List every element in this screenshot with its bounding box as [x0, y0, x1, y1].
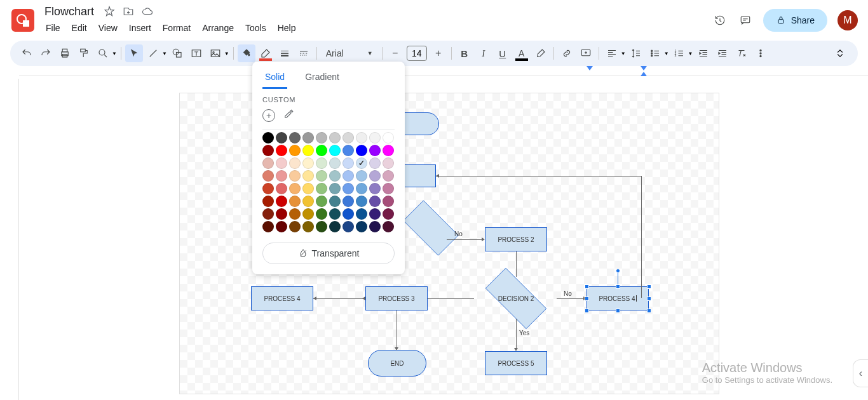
color-swatch[interactable] [289, 196, 301, 207]
color-swatch[interactable] [262, 208, 274, 220]
menu-arrange[interactable]: Arrange [197, 20, 239, 36]
color-swatch[interactable] [262, 183, 274, 194]
user-avatar[interactable]: M [837, 10, 858, 30]
app-logo[interactable] [10, 8, 36, 33]
color-swatch[interactable] [356, 208, 367, 220]
color-swatch[interactable] [302, 132, 314, 143]
color-swatch[interactable] [276, 170, 287, 182]
fill-color-button[interactable] [238, 44, 255, 62]
color-swatch[interactable] [302, 145, 314, 156]
text-color-button[interactable]: A [513, 44, 531, 62]
highlight-button[interactable] [532, 44, 550, 62]
color-swatch[interactable] [383, 196, 394, 207]
color-swatch[interactable] [262, 170, 274, 182]
print-button[interactable] [56, 44, 74, 62]
cloud-status-icon[interactable] [141, 5, 154, 18]
resize-handle-tm[interactable] [616, 284, 620, 289]
connector-label-no-right[interactable]: No [564, 290, 572, 297]
shape-process-5[interactable]: PROCESS 5 [485, 351, 547, 375]
color-swatch[interactable] [262, 145, 274, 156]
connector[interactable] [397, 310, 397, 349]
color-swatch[interactable] [329, 145, 341, 156]
resize-handle-br[interactable] [647, 309, 651, 313]
move-icon[interactable] [122, 5, 135, 18]
menu-help[interactable]: Help [273, 20, 301, 36]
color-swatch[interactable] [383, 208, 394, 220]
color-swatch[interactable] [289, 221, 301, 232]
connector[interactable] [313, 298, 363, 299]
more-options-button[interactable] [752, 44, 770, 62]
image-dropdown-arrow[interactable]: ▼ [224, 51, 229, 57]
color-swatch[interactable] [289, 208, 301, 220]
color-swatch[interactable] [342, 221, 354, 232]
color-swatch[interactable] [329, 208, 341, 220]
connector[interactable] [641, 176, 642, 298]
color-swatch[interactable] [316, 145, 327, 156]
shape-process-4-right-selected[interactable]: PROCESS 4 [587, 286, 649, 310]
color-swatch[interactable] [369, 157, 381, 169]
color-swatch[interactable] [262, 196, 274, 207]
color-swatch[interactable] [356, 132, 367, 143]
color-swatch[interactable] [262, 132, 274, 143]
redo-button[interactable] [37, 44, 55, 62]
color-swatch[interactable] [276, 145, 287, 156]
ruler-indent-marker-left[interactable] [587, 66, 593, 70]
shape-terminator-partial[interactable] [401, 112, 439, 135]
color-swatch[interactable] [356, 145, 367, 156]
color-swatch[interactable] [383, 145, 394, 156]
color-swatch[interactable] [316, 157, 327, 169]
color-swatch[interactable] [342, 196, 354, 207]
underline-button[interactable]: U [494, 44, 512, 62]
color-swatch[interactable] [356, 157, 367, 169]
connector[interactable] [436, 176, 547, 177]
eyedropper-button[interactable] [283, 109, 294, 123]
resize-handle-tr[interactable] [647, 284, 651, 289]
resize-handle-mr[interactable] [647, 297, 651, 301]
color-swatch[interactable] [262, 157, 274, 169]
color-swatch[interactable] [289, 170, 301, 182]
color-swatch[interactable] [356, 221, 367, 232]
color-swatch[interactable] [369, 221, 381, 232]
transparent-button[interactable]: Transparent [262, 243, 395, 264]
rotate-handle[interactable] [616, 269, 620, 273]
connector[interactable] [516, 319, 517, 348]
tab-solid[interactable]: Solid [262, 67, 287, 89]
resize-handle-bl[interactable] [585, 309, 589, 313]
undo-button[interactable] [18, 44, 36, 62]
color-swatch[interactable] [262, 221, 274, 232]
bold-button[interactable]: B [456, 44, 473, 62]
share-button[interactable]: Share [763, 9, 827, 32]
connector[interactable] [557, 298, 583, 299]
clear-formatting-button[interactable] [733, 44, 750, 62]
color-swatch[interactable] [276, 183, 287, 194]
numbered-list-button[interactable]: 123 [670, 44, 688, 62]
border-dash-button[interactable] [295, 44, 313, 62]
indent-button[interactable] [714, 44, 731, 62]
color-swatch[interactable] [289, 157, 301, 169]
color-swatch[interactable] [342, 157, 354, 169]
color-swatch[interactable] [276, 208, 287, 220]
textbox-tool[interactable] [187, 44, 205, 62]
color-swatch[interactable] [289, 145, 301, 156]
align-button[interactable] [603, 44, 621, 62]
color-swatch[interactable] [342, 170, 354, 182]
color-swatch[interactable] [329, 157, 341, 169]
vertical-ruler[interactable] [9, 79, 19, 400]
history-icon[interactable] [712, 13, 728, 28]
color-swatch[interactable] [276, 157, 287, 169]
zoom-button[interactable] [94, 44, 112, 62]
connector[interactable] [447, 239, 482, 240]
line-spacing-button[interactable] [627, 44, 645, 62]
insert-link-button[interactable] [558, 44, 576, 62]
color-swatch[interactable] [369, 132, 381, 143]
line-tool[interactable] [144, 44, 162, 62]
italic-button[interactable]: I [475, 44, 492, 62]
color-swatch[interactable] [302, 208, 314, 220]
color-swatch[interactable] [383, 157, 394, 169]
side-panel-toggle[interactable]: ‹ [853, 359, 868, 387]
color-swatch[interactable] [316, 132, 327, 143]
shape-decision-partial[interactable] [396, 208, 466, 248]
ruler-indent-marker-right[interactable] [641, 66, 647, 76]
color-swatch[interactable] [356, 183, 367, 194]
shape-end[interactable]: END [368, 350, 426, 377]
